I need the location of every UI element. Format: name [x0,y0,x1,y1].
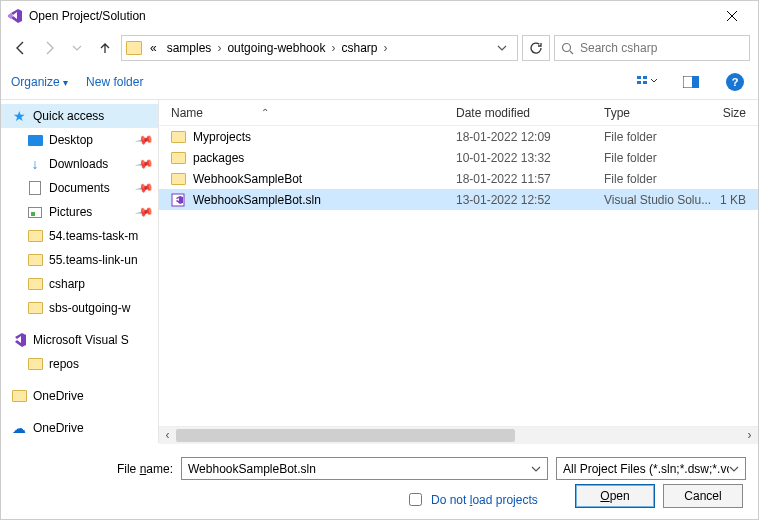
sidebar-item[interactable]: ↓Downloads📌 [1,152,158,176]
pin-icon: 📌 [134,202,154,222]
scroll-track[interactable] [176,427,741,444]
new-folder-button[interactable]: New folder [86,75,143,89]
nav-forward-button[interactable] [37,36,61,60]
sidebar-item[interactable]: repos [1,352,158,376]
folder-icon [27,276,43,292]
sidebar-item-label: repos [49,357,79,371]
do-not-load-projects-checkbox[interactable] [409,493,422,506]
column-headers[interactable]: Name ⌃ Date modified Type Size [159,100,758,126]
nav-back-button[interactable] [9,36,33,60]
file-name-label: File name: [13,462,173,476]
chevron-right-icon[interactable]: › [217,41,221,55]
sidebar-item[interactable]: Documents📌 [1,176,158,200]
scroll-right-button[interactable]: › [741,427,758,444]
file-size: 1 KB [712,193,752,207]
file-date: 18-01-2022 11:57 [456,172,604,186]
sidebar-item-label: Documents [49,181,110,195]
folder-icon [11,388,27,404]
svg-rect-4 [643,81,647,84]
chevron-down-icon[interactable] [729,464,739,474]
sidebar-item[interactable]: csharp [1,272,158,296]
breadcrumb[interactable]: « samples › outgoing-webhook › csharp › [121,35,518,61]
document-icon [27,180,43,196]
organize-button[interactable]: Organize ▾ [11,75,68,89]
folder-icon [27,356,43,372]
sidebar-item[interactable]: sbs-outgoing-w [1,296,158,320]
desktop-icon [27,132,43,148]
sidebar-item[interactable]: 55.teams-link-un [1,248,158,272]
sidebar-item-label: 54.teams-task-m [49,229,138,243]
sidebar-item[interactable]: 54.teams-task-m [1,224,158,248]
file-row[interactable]: Myprojects18-01-2022 12:09File folder [159,126,758,147]
help-icon: ? [726,73,744,91]
column-type[interactable]: Type [604,106,712,120]
folder-icon [27,228,43,244]
sort-indicator-icon: ⌃ [261,107,269,118]
file-name-value: WebhookSampleBot.sln [188,462,316,476]
cloud-icon: ☁ [11,420,27,436]
file-name: WebhookSampleBot [193,172,456,186]
sidebar-item[interactable]: Desktop📌 [1,128,158,152]
file-row[interactable]: WebhookSampleBot18-01-2022 11:57File fol… [159,168,758,189]
breadcrumb-segment[interactable]: csharp [337,41,381,55]
window-title: Open Project/Solution [29,9,146,23]
scroll-thumb[interactable] [176,429,515,442]
file-row[interactable]: packages10-01-2022 13:32File folder [159,147,758,168]
search-input[interactable]: Search csharp [554,35,750,61]
column-size[interactable]: Size [712,106,752,120]
star-icon: ★ [11,108,27,124]
file-date: 13-01-2022 12:52 [456,193,604,207]
breadcrumb-ellipsis[interactable]: « [146,41,161,55]
file-name: WebhookSampleBot.sln [193,193,456,207]
nav-up-button[interactable] [93,36,117,60]
pin-icon: 📌 [134,178,154,198]
sidebar-item[interactable]: OneDrive [1,384,158,408]
sidebar-item-label: OneDrive [33,389,84,403]
breadcrumb-dropdown[interactable] [491,43,513,53]
file-type: File folder [604,172,712,186]
sidebar-item[interactable]: ☁OneDrive [1,416,158,440]
sidebar-item[interactable]: ★Quick access [1,104,158,128]
pin-icon: 📌 [134,130,154,150]
search-placeholder: Search csharp [580,41,657,55]
svg-rect-6 [692,76,699,88]
sidebar-item-label: Downloads [49,157,108,171]
folder-icon [27,252,43,268]
file-name: Myprojects [193,130,456,144]
folder-icon [171,173,186,185]
file-date: 10-01-2022 13:32 [456,151,604,165]
sidebar-item[interactable]: Microsoft Visual S [1,328,158,352]
chevron-down-icon[interactable] [531,464,541,474]
open-button[interactable]: Open [575,484,655,508]
chevron-down-icon: ▾ [63,77,68,88]
cancel-button[interactable]: Cancel [663,484,743,508]
search-icon [561,42,574,55]
scroll-left-button[interactable]: ‹ [159,427,176,444]
refresh-button[interactable] [522,35,550,61]
folder-icon [171,131,186,143]
close-button[interactable] [712,3,752,29]
breadcrumb-segment[interactable]: samples [163,41,216,55]
file-type: File folder [604,130,712,144]
svg-rect-1 [637,76,641,79]
breadcrumb-segment[interactable]: outgoing-webhook [223,41,329,55]
file-name-input[interactable]: WebhookSampleBot.sln [181,457,548,480]
svg-point-0 [563,43,571,51]
folder-icon [27,300,43,316]
chevron-right-icon[interactable]: › [331,41,335,55]
do-not-load-projects-label[interactable]: Do not load projects [431,493,538,507]
column-name[interactable]: Name ⌃ [171,106,456,120]
sidebar-item[interactable]: Pictures📌 [1,200,158,224]
chevron-right-icon[interactable]: › [383,41,387,55]
view-options-button[interactable] [634,70,660,94]
column-date[interactable]: Date modified [456,106,604,120]
file-type-filter[interactable]: All Project Files (*.sln;*.dsw;*.vc [556,457,746,480]
sidebar-item-label: Desktop [49,133,93,147]
picture-icon [27,204,43,220]
nav-recent-button[interactable] [65,36,89,60]
file-row[interactable]: WebhookSampleBot.sln13-01-2022 12:52Visu… [159,189,758,210]
help-button[interactable]: ? [722,70,748,94]
horizontal-scrollbar[interactable]: ‹ › [159,426,758,443]
sidebar-item-label: OneDrive [33,421,84,435]
preview-pane-button[interactable] [678,70,704,94]
